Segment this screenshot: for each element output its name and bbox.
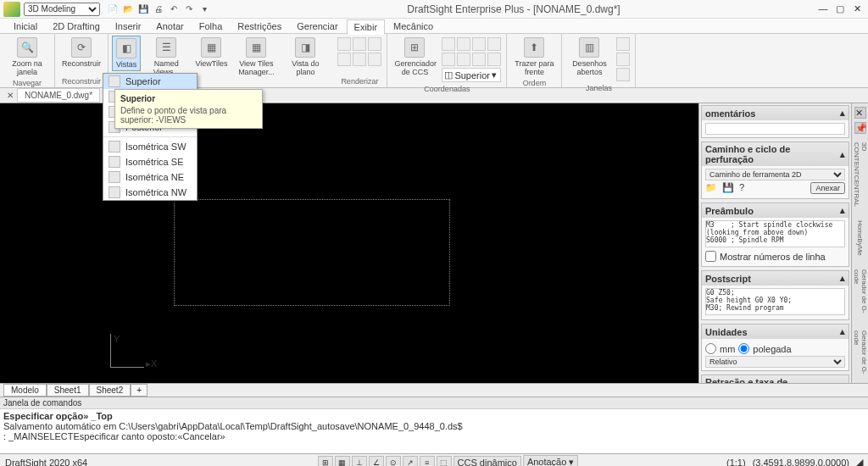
tab-anotar[interactable]: Anotar [149,19,190,33]
view-iso-nw[interactable]: Isométrica NW [103,185,197,200]
minimize-button[interactable]: — [817,3,829,14]
line-numbers-checkbox[interactable] [705,251,716,262]
view-icon [108,186,120,198]
postscript-textarea[interactable] [705,288,845,315]
panel-preambulo-head[interactable]: Preâmbulo▴ [702,203,849,218]
qat-new-icon[interactable]: 📄 [107,3,119,15]
ccs-small-6[interactable] [457,53,470,66]
open-drawings-button[interactable]: ▥Desenhos abertos [565,36,613,78]
ccs-small-1[interactable] [442,37,455,51]
panel-comentarios-head[interactable]: omentários▴ [702,106,849,120]
unit-inch-radio[interactable] [738,343,749,354]
etrack-toggle[interactable]: ↗ [403,456,418,467]
render-style-1[interactable] [337,37,351,51]
workspace-selector[interactable]: 3D Modeling [24,3,100,16]
add-sheet-button[interactable]: + [131,384,147,397]
status-scale[interactable]: (1:1) [726,458,746,467]
tab-sheet2[interactable]: Sheet2 [89,384,131,397]
tab-gerenciar[interactable]: Gerenciar [290,19,344,33]
tab-restricoes[interactable]: Restrições [231,19,288,33]
qi-toggle[interactable]: ⬚ [437,456,452,467]
viewtiles-button[interactable]: ▦ViewTiles [192,36,231,69]
render-style-2[interactable] [353,37,366,51]
document-tab[interactable]: NONAME_0.dwg* [17,88,100,103]
render-style-3[interactable] [368,37,381,51]
rail-tab-gcode1[interactable]: Gerador de G-code [853,269,868,317]
plan-view-button[interactable]: ◨Vista do plano [281,36,329,78]
window-small-3[interactable] [616,68,630,81]
grid-toggle[interactable]: ▦ [335,456,350,467]
rail-tab-homebyme[interactable]: HomeByMe [856,220,864,256]
panel-retracao-head[interactable]: Retração e taxa de alimentação▴ [702,375,849,383]
dynamic-ccs-toggle[interactable]: CCS dinâmico [453,456,521,467]
status-bar: DraftSight 2020 x64 ⊞ ▦ ⊥ ∠ ⊙ ↗ ≡ ⬚ CCS … [0,453,868,466]
render-style-4[interactable] [337,53,351,66]
panel-caminho-head[interactable]: Caminho e ciclo de perfuração▴ [702,142,849,166]
qat-print-icon[interactable]: 🖨 [153,3,164,15]
anexar-button[interactable]: Anexar [810,182,845,194]
ortho-toggle[interactable]: ⊥ [352,456,367,467]
window-small-1[interactable] [616,37,630,51]
qat-save-icon[interactable]: 💾 [137,3,149,15]
tab-inicial[interactable]: Inicial [7,19,44,33]
window-small-2[interactable] [616,53,630,66]
panel-postscript-head[interactable]: Postscript▴ [702,271,849,286]
ccs-small-5[interactable] [442,53,455,66]
tab-exibir[interactable]: Exibir [347,19,386,35]
close-button[interactable]: ✕ [851,3,863,14]
qat-open-icon[interactable]: 📂 [122,3,134,15]
zoom-window-button[interactable]: 🔍Zoom na janela [3,36,51,78]
view-iso-sw[interactable]: Isométrica SW [103,139,197,154]
doc-tab-close-icon[interactable]: ✕ [5,91,15,100]
ccs-small-2[interactable] [457,37,470,51]
view-iso-ne[interactable]: Isométrica NE [103,169,197,185]
tab-modelo[interactable]: Modelo [3,384,47,397]
help-icon[interactable]: ? [739,182,753,194]
ccs-small-7[interactable] [472,53,486,66]
tab-folha[interactable]: Folha [192,19,230,33]
ccs-small-4[interactable] [487,37,501,51]
ccs-manager-button[interactable]: ⊞Gerenciador de CCS [391,36,438,78]
unit-mm-radio[interactable] [705,343,716,354]
rail-pin-icon[interactable]: 📌 [854,122,866,134]
snap-toggle[interactable]: ⊞ [318,456,333,467]
save-icon[interactable]: 💾 [722,182,736,194]
tab-sheet1[interactable]: Sheet1 [47,384,89,397]
panel-unidades-head[interactable]: Unidades▴ [702,325,849,339]
command-output[interactable]: Especificar opção» _Top Salvamento autom… [0,409,868,453]
bring-front-button[interactable]: ⬆Trazer para frente [510,36,558,78]
preambulo-textarea[interactable] [705,220,845,247]
view-superior[interactable]: Superior [103,74,197,89]
rebuild-button[interactable]: ⟳Reconstruir [58,36,104,69]
status-version: DraftSight 2020 x64 [0,458,170,467]
qat-redo-icon[interactable]: ↷ [183,3,195,15]
status-corner-icon[interactable]: ◢ [856,457,863,466]
qat-undo-icon[interactable]: ↶ [168,3,180,15]
render-style-5[interactable] [353,53,366,66]
named-views-button[interactable]: ☰Named Views... [142,36,190,78]
tab-2d-drafting[interactable]: 2D Drafting [46,19,107,33]
tab-inserir[interactable]: Inserir [108,19,148,33]
esnap-toggle[interactable]: ⊙ [386,456,401,467]
ccs-small-3[interactable] [472,37,486,51]
vistas-button[interactable]: ◧Vistas [112,36,141,71]
qat-more-icon[interactable]: ▾ [198,3,210,15]
collapse-icon: ▴ [840,149,845,160]
maximize-button[interactable]: ▢ [834,3,846,14]
render-style-6[interactable] [368,53,381,66]
comentarios-input[interactable] [705,123,845,135]
ccs-small-8[interactable] [487,53,501,66]
lwt-toggle[interactable]: ≡ [420,456,435,467]
annotation-toggle[interactable]: Anotação ▾ [523,455,579,466]
rail-close-icon[interactable]: ✕ [854,107,866,119]
folder-icon[interactable]: 📁 [705,182,719,194]
rail-tab-3dcc[interactable]: 3D CONTENTCENTRAL [853,142,868,207]
view-iso-se[interactable]: Isométrica SE [103,154,197,169]
polar-toggle[interactable]: ∠ [369,456,384,467]
tab-mecanico[interactable]: Mecânico [387,19,440,33]
ccs-superior-dropdown[interactable]: ◫Superior▾ [442,68,501,82]
toolpath-select[interactable]: Caminho de ferramenta 2D [705,169,845,180]
viewtiles-manager-button[interactable]: ▦View Tiles Manager... [232,36,280,78]
rail-tab-gcode2[interactable]: Gerador de G-code [853,330,868,378]
relative-select[interactable]: Relativo [705,356,845,368]
